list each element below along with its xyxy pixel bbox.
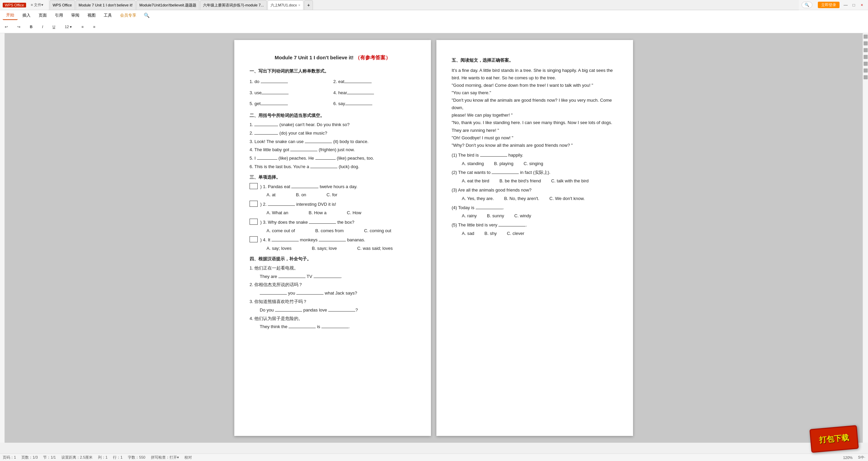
settings-dist: 设置距离：2.5厘米 <box>61 455 93 460</box>
passage-line-4: "You can say there." <box>452 89 618 97</box>
tab-1[interactable]: Module 7 Unit 1 I don't believe it! <box>76 0 136 10</box>
blank <box>296 294 323 295</box>
blank <box>319 241 346 241</box>
word-count: 字数：550 <box>128 455 145 460</box>
bracket <box>250 201 258 207</box>
ribbon-tab-ref[interactable]: 引用 <box>52 11 66 20</box>
left-page: Module 7 Unit 1 I don't believe it! （有参考… <box>234 40 431 436</box>
q2-option-b: B. be the bird's friend <box>499 178 541 185</box>
underline-btn[interactable]: U <box>51 24 57 29</box>
row-info: 行：1 <box>113 455 122 460</box>
align-left[interactable]: ≡ <box>79 24 85 29</box>
page-title: Module 7 Unit 1 I don't believe it! （有参考… <box>250 54 416 62</box>
q5-options: A. sad B. shy C. clever <box>462 230 618 237</box>
s3-item-2: ) 2. interesting DVD it is! <box>250 201 416 208</box>
q3-option-b: B. No, they aren't. <box>504 195 539 202</box>
sidebar-icon-3[interactable] <box>864 48 868 52</box>
s2-item-6: 6. This is the last bus. You're a (luck)… <box>250 163 416 171</box>
q5-option-a: A. sad <box>462 230 474 237</box>
blank <box>261 83 288 83</box>
tab-add[interactable]: + <box>304 0 313 10</box>
s3-q1-options: A. at B. on C. for <box>267 192 416 199</box>
register-button[interactable]: 立即登录 <box>818 2 840 8</box>
q3: (3) Are all the animals good friends now… <box>452 187 618 194</box>
tab-2[interactable]: Module7Unit1don'tbelieveit.题题题 <box>136 0 199 10</box>
s1-item-2: 2. eat <box>333 78 416 85</box>
s4-item-2: 2. 你相信杰克所说的话吗？ <box>250 281 416 288</box>
sidebar-icon-6[interactable] <box>864 68 868 73</box>
undo-btn[interactable]: ↩ <box>3 24 10 30</box>
passage-line-2: bird. He wants to eat her. So he comes u… <box>452 74 618 82</box>
font-size[interactable]: 12 ▾ <box>63 24 74 30</box>
s4-item-1: 1. 他们正在一起看电视。 <box>250 265 416 272</box>
q3-options: A. Yes, they are. B. No, they aren't. C.… <box>462 195 618 202</box>
section1-grid: 1. do 2. eat 3. use 4. hear 5. get 6. sa… <box>250 77 416 109</box>
window-controls: — □ × <box>842 2 865 8</box>
q2-option-a: A. eat the bird <box>462 178 489 185</box>
q5-option-b: B. shy <box>485 230 497 237</box>
zoom-level[interactable]: 120% <box>843 456 852 460</box>
download-stamp[interactable]: 打包下载 <box>809 425 859 453</box>
blank <box>345 105 372 105</box>
minimize-button[interactable]: — <box>842 2 849 8</box>
ribbon-tab-review[interactable]: 审阅 <box>68 11 83 20</box>
sidebar-icon-7[interactable] <box>864 75 868 79</box>
q4-options: A. rainy B. sunny C. windy <box>462 213 618 220</box>
ribbon-tab-vip[interactable]: 会员专享 <box>117 11 140 20</box>
sidebar-icon-5[interactable] <box>864 62 868 66</box>
align-center[interactable]: ≡ <box>91 24 97 29</box>
close-button[interactable]: × <box>859 2 865 8</box>
ribbon-tab-insert[interactable]: 插入 <box>19 11 34 20</box>
tab-3[interactable]: 六年级上册英语词步练习-module 7... <box>200 0 267 10</box>
q5-option-c: C. clever <box>507 230 524 237</box>
search-bar[interactable]: 🔍 <box>802 2 812 8</box>
blank <box>268 205 295 206</box>
blank <box>254 126 278 126</box>
q4-option-b: B. sunny <box>487 213 504 220</box>
q4: (4) Today is . <box>452 204 618 212</box>
bold-btn[interactable]: B <box>28 24 35 29</box>
q2-options: A. eat the bird B. be the bird's friend … <box>462 178 618 185</box>
ribbon-search-icon[interactable]: 🔍 <box>144 13 150 18</box>
section1-heading: 一、写出下列动词的第三人称单数形式。 <box>250 68 416 75</box>
redo-btn[interactable]: ↪ <box>15 24 22 30</box>
sidebar-icon-2[interactable] <box>864 41 868 45</box>
blank <box>261 105 288 105</box>
q4-option-c: C. windy <box>514 213 531 220</box>
passage-line-3: "Good morning, dear! Come down from the … <box>452 82 618 89</box>
s4-sentence-3: Do you pandas love ? <box>260 307 416 314</box>
input-lang: S中· <box>858 455 865 460</box>
page-count: 页数：1/3 <box>21 455 38 460</box>
passage-line-9: "Oh! Goodbye! I must go now! " <box>452 134 618 142</box>
maximize-button[interactable]: □ <box>850 2 857 8</box>
blank <box>261 94 289 94</box>
ribbon-tab-page[interactable]: 页面 <box>35 11 50 20</box>
q1-option-a: A. standing <box>462 160 484 167</box>
ribbon-tab-view[interactable]: 视图 <box>84 11 99 20</box>
blank <box>476 209 503 209</box>
sidebar-icon-4[interactable] <box>864 55 868 59</box>
s3-item-1: ) 1. Pandas eat twelve hours a day. <box>250 183 416 191</box>
blank <box>498 226 526 226</box>
sidebar-icon-1[interactable] <box>864 35 868 39</box>
q1-option-b: B. playing <box>494 160 513 167</box>
s4-item-3: 3. 你知道熊猫喜欢吃竹子吗？ <box>250 298 416 305</box>
tab-0[interactable]: WPS Office <box>50 0 75 10</box>
ribbon-tab-start[interactable]: 开始 <box>3 11 18 20</box>
italic-btn[interactable]: I <box>40 24 45 29</box>
blank <box>291 188 318 188</box>
file-menu[interactable]: ≡ 文件▾ <box>29 2 45 8</box>
spell-check[interactable]: 拼写检查：打开▾ <box>151 455 179 460</box>
blank <box>344 83 372 83</box>
section4-heading: 四、根据汉语提示，补全句子。 <box>250 256 416 263</box>
s1-item-3: 3. use <box>250 89 332 97</box>
bracket <box>250 183 258 189</box>
blank <box>347 94 374 94</box>
q2-option-c: C. talk with the bird <box>551 178 589 185</box>
tab-4[interactable]: 六上M7U1.docx × <box>268 0 303 10</box>
ribbon-tab-tools[interactable]: 工具 <box>100 11 115 20</box>
right-page: 五、阅读短文，选择正确答案。 It's a fine day. A little… <box>436 40 633 436</box>
blank <box>260 294 287 295</box>
proofread[interactable]: 校对 <box>184 455 192 460</box>
passage-line-10: "Why? Don't you know all the animals are… <box>452 142 618 149</box>
